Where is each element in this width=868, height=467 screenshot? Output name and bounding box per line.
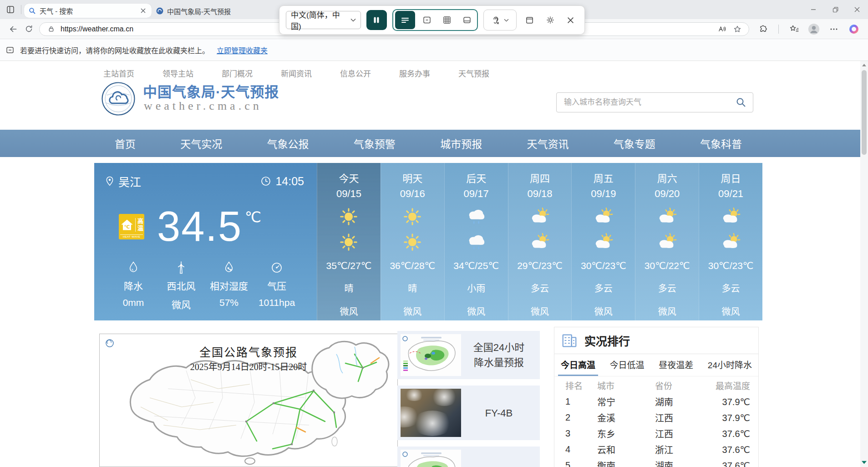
cma-logo-emblem[interactable] <box>101 81 136 116</box>
favorites-bar: 若要进行快速访问，请将你的网址收藏放在此收藏夹栏上。 立即管理收藏夹 <box>0 39 868 61</box>
lock-icon[interactable] <box>45 23 57 35</box>
gov-nav-item[interactable]: 领导主站 <box>162 67 193 79</box>
main-nav: 首页天气实况气象公报气象预警城市预报天气资讯气象专题气象科普 <box>0 130 860 157</box>
tab-title: 中国气象局-天气预报 <box>167 6 274 16</box>
main-nav-item[interactable]: 首页 <box>115 136 136 151</box>
media-card[interactable]: 全国24小时 降水量预报 <box>397 331 540 379</box>
forecast-wind: 微风 <box>658 305 676 318</box>
manage-favorites-link[interactable]: 立即管理收藏夹 <box>217 45 268 56</box>
refresh-icon[interactable] <box>21 21 36 37</box>
weather-partly-icon <box>593 232 614 254</box>
gear-icon[interactable] <box>543 12 558 28</box>
main-nav-item[interactable]: 气象科普 <box>700 136 742 151</box>
ranking-row: 2金溪江西37.9℃ <box>561 410 752 426</box>
grid-view-button[interactable] <box>439 12 455 28</box>
forecast-wind: 微风 <box>403 305 421 318</box>
text-view-button[interactable] <box>395 11 415 29</box>
scroll-up-arrow[interactable] <box>860 61 868 69</box>
ranking-tab[interactable]: 24小时降水 <box>705 354 755 376</box>
precip2-thumbnail <box>401 450 461 467</box>
gov-nav-item[interactable]: 天气预报 <box>458 67 489 79</box>
forecast-condition: 多云 <box>594 281 613 294</box>
media-card[interactable] <box>397 447 540 467</box>
main-nav-item[interactable]: 天气实况 <box>180 136 222 151</box>
forecast-date: 09/18 <box>527 188 552 200</box>
main-nav-item[interactable]: 气象公报 <box>267 136 309 151</box>
forecast-date: 09/16 <box>400 188 425 200</box>
toolbar-right-icons <box>756 21 862 37</box>
copilot-icon[interactable] <box>846 21 862 37</box>
forecast-date: 09/20 <box>655 188 680 200</box>
ranking-tab[interactable]: 今日低温 <box>607 354 647 376</box>
extensions-icon[interactable] <box>756 21 771 37</box>
browser-tab-cma[interactable]: 中国气象局-天气预报 <box>152 4 279 18</box>
media-cards: 全国24小时 降水量预报FY-4B <box>397 331 540 467</box>
voice-options-button[interactable] <box>483 10 517 30</box>
gov-nav-item[interactable]: 新闻资讯 <box>281 67 312 79</box>
gov-nav-item[interactable]: 部门概况 <box>222 67 253 79</box>
profile-avatar[interactable] <box>806 21 822 37</box>
read-aloud-icon[interactable] <box>716 23 728 35</box>
ranking-tab[interactable]: 今日高温 <box>558 354 598 376</box>
favorite-star-icon[interactable] <box>731 23 743 35</box>
minimize-button[interactable] <box>802 0 824 19</box>
main-nav-item[interactable]: 城市预报 <box>440 136 482 151</box>
forecast-temps: 30℃/22℃ <box>645 260 690 271</box>
grid-icon <box>442 15 452 25</box>
browser-tab-search[interactable]: 天气 - 搜索 <box>24 4 152 18</box>
page-scrollbar[interactable] <box>860 61 868 467</box>
tab-close-icon[interactable] <box>139 7 147 15</box>
ranking-cell: 37.6℃ <box>714 428 752 439</box>
gov-nav-item[interactable]: 服务办事 <box>399 67 430 79</box>
pause-button[interactable] <box>366 10 387 30</box>
forecast-column[interactable]: 今天09/1535℃/27℃晴微风 <box>317 163 381 320</box>
close-window-button[interactable] <box>846 0 868 19</box>
open-in-window-icon[interactable] <box>522 12 537 28</box>
clock-icon <box>260 176 271 187</box>
map-title: 全国公路气象预报 <box>100 343 397 360</box>
stat-value: 微风 <box>172 297 191 311</box>
forecast-column[interactable]: 周五09/1930℃/23℃多云微风 <box>571 163 635 320</box>
search-icon[interactable] <box>729 93 753 112</box>
stat-value: 57% <box>219 297 239 308</box>
city-search-input[interactable] <box>557 98 729 107</box>
restore-button[interactable] <box>824 0 846 19</box>
weather-rain-icon <box>466 232 487 254</box>
tab-divider <box>21 5 21 14</box>
compact-view-button[interactable] <box>419 12 435 28</box>
tab-title: 天气 - 搜索 <box>40 6 135 15</box>
language-select[interactable]: 中文(简体，中国) <box>286 11 361 29</box>
ranking-tab[interactable]: 昼夜温差 <box>656 354 696 376</box>
forecast-column[interactable]: 周四09/1829℃/23℃多云微风 <box>508 163 572 320</box>
road-weather-map-panel[interactable]: 全国公路气象预报 2025年9月14日20时-15日20时 <box>99 334 398 467</box>
main-nav-item[interactable]: 气象预警 <box>354 136 396 151</box>
site-title[interactable]: 中国气象局·天气预报 <box>143 81 279 101</box>
heat-wave-warning-badge[interactable]: ℃ 高温 HEAT WAVE <box>119 214 144 239</box>
main-nav-item[interactable]: 天气资讯 <box>527 136 569 151</box>
scroll-down-arrow[interactable] <box>860 458 868 466</box>
bottom-panel-view-button[interactable] <box>459 12 475 28</box>
back-icon[interactable] <box>5 21 21 37</box>
more-menu-icon[interactable] <box>826 21 842 37</box>
forecast-column[interactable]: 后天09/1734℃/25℃小雨微风 <box>444 163 508 320</box>
favorites-hint-text: 若要进行快速访问，请将你的网址收藏放在此收藏夹栏上。 <box>20 45 209 56</box>
weather-stats: 降水0mm西北风微风相对湿度57%气压1011hpa <box>110 260 300 311</box>
ranking-cell: 云和 <box>597 443 655 456</box>
current-location[interactable]: 吴江 <box>105 173 141 189</box>
stat-value: 0mm <box>123 297 144 308</box>
gov-nav-item[interactable]: 信息公开 <box>340 67 371 79</box>
gov-nav-item[interactable]: 主站首页 <box>103 67 134 79</box>
close-reader-icon[interactable] <box>563 12 578 28</box>
forecast-column[interactable]: 周日09/2130℃/23℃多云微风 <box>699 163 762 320</box>
current-weather-card: 吴江 14:05 ℃ 高温 HEAT WAVE 34 <box>94 163 317 320</box>
ranking-cell: 3 <box>561 428 597 439</box>
forecast-column[interactable]: 明天09/1636℃/28℃晴微风 <box>381 163 444 320</box>
alert-type-label: 高温 <box>135 218 143 232</box>
forecast-column[interactable]: 周六09/2030℃/22℃多云微风 <box>635 163 699 320</box>
scrollbar-thumb[interactable] <box>862 70 867 155</box>
collections-icon[interactable] <box>786 21 802 37</box>
media-card[interactable]: FY-4B <box>397 386 540 440</box>
main-nav-item[interactable]: 气象专题 <box>614 136 655 151</box>
ranking-header-cell: 排名 <box>561 379 597 391</box>
tab-overview-icon[interactable] <box>3 2 18 17</box>
